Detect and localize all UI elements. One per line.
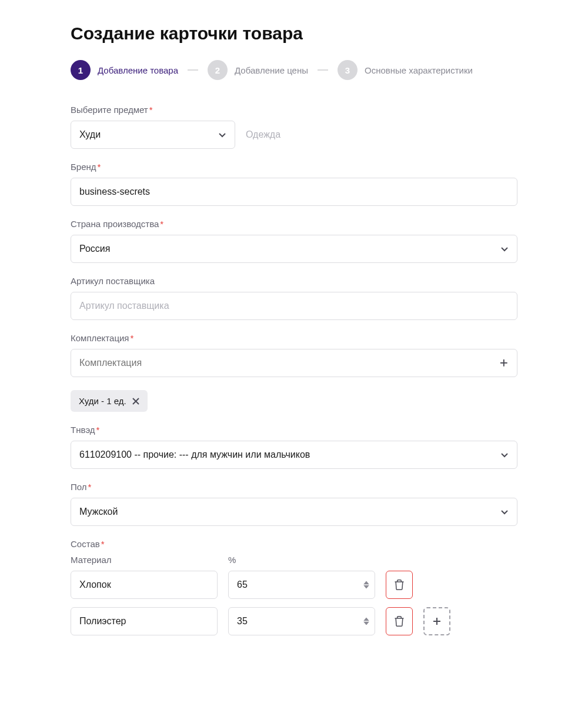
caret-up-icon[interactable] bbox=[363, 581, 369, 585]
subject-label: Выберите предмет* bbox=[71, 105, 517, 115]
subject-select[interactable]: Худи bbox=[71, 121, 235, 149]
step-2[interactable]: 2 Добавление цены bbox=[208, 60, 308, 80]
material-input[interactable] bbox=[71, 607, 218, 635]
kit-label: Комплектация* bbox=[71, 333, 517, 343]
field-brand: Бренд* bbox=[71, 162, 517, 206]
caret-down-icon[interactable] bbox=[363, 622, 369, 625]
svg-marker-4 bbox=[363, 581, 369, 585]
material-input[interactable] bbox=[71, 571, 218, 599]
composition-label-text: Состав bbox=[71, 539, 100, 549]
add-row-button[interactable] bbox=[423, 607, 450, 635]
percent-input[interactable] bbox=[228, 607, 375, 635]
step-divider bbox=[188, 69, 198, 71]
subject-value: Худи bbox=[79, 129, 101, 140]
brand-input[interactable] bbox=[71, 178, 517, 206]
gender-label-text: Пол bbox=[71, 482, 87, 492]
step-1-label: Добавление товара bbox=[98, 65, 178, 75]
country-select[interactable]: Россия bbox=[71, 235, 517, 263]
tnved-label-text: Тнвэд bbox=[71, 425, 95, 435]
composition-row bbox=[71, 607, 517, 635]
kit-chip-text: Худи - 1 ед. bbox=[79, 396, 126, 406]
stepper: 1 Добавление товара 2 Добавление цены 3 … bbox=[71, 60, 517, 80]
gender-value: Мужской bbox=[79, 507, 118, 517]
composition-label: Состав* bbox=[71, 539, 517, 549]
gender-label: Пол* bbox=[71, 482, 517, 492]
chevron-down-icon bbox=[218, 131, 226, 139]
chevron-down-icon bbox=[500, 451, 509, 459]
step-2-circle: 2 bbox=[208, 60, 228, 80]
tnved-value: 6110209100 -- прочие: --- для мужчин или… bbox=[79, 449, 310, 460]
field-tnved: Тнвэд* 6110209100 -- прочие: --- для муж… bbox=[71, 425, 517, 469]
plus-icon bbox=[499, 358, 509, 368]
chevron-down-icon bbox=[500, 508, 509, 516]
field-supplier-sku: Артикул поставщика bbox=[71, 276, 517, 320]
field-country: Страна производства* Россия bbox=[71, 219, 517, 263]
subject-label-text: Выберите предмет bbox=[71, 105, 148, 115]
field-kit: Комплектация* bbox=[71, 333, 517, 377]
kit-label-text: Комплектация bbox=[71, 333, 129, 343]
composition-col-percent: % bbox=[228, 555, 375, 565]
country-label-text: Страна производства bbox=[71, 219, 159, 229]
brand-label: Бренд* bbox=[71, 162, 517, 172]
step-3-label: Основные характеристики bbox=[365, 65, 473, 75]
percent-input[interactable] bbox=[228, 571, 375, 599]
gender-select[interactable]: Мужской bbox=[71, 498, 517, 526]
step-1-circle: 1 bbox=[71, 60, 91, 80]
tnved-label: Тнвэд* bbox=[71, 425, 517, 435]
delete-row-button[interactable] bbox=[386, 571, 413, 599]
chevron-down-icon bbox=[500, 245, 509, 253]
svg-marker-7 bbox=[363, 622, 369, 625]
composition-row bbox=[71, 571, 517, 599]
tnved-select[interactable]: 6110209100 -- прочие: --- для мужчин или… bbox=[71, 441, 517, 469]
country-value: Россия bbox=[79, 244, 110, 254]
subject-hint: Одежда bbox=[246, 129, 280, 140]
supplier-sku-label-text: Артикул поставщика bbox=[71, 276, 155, 286]
field-composition: Состав* Материал % bbox=[71, 539, 517, 635]
caret-down-icon[interactable] bbox=[363, 585, 369, 589]
step-2-label: Добавление цены bbox=[235, 65, 308, 75]
step-3[interactable]: 3 Основные характеристики bbox=[338, 60, 473, 80]
page-title: Создание карточки товара bbox=[71, 24, 517, 44]
trash-icon bbox=[393, 579, 405, 591]
svg-marker-6 bbox=[363, 618, 369, 621]
close-icon[interactable] bbox=[132, 398, 139, 405]
supplier-sku-input[interactable] bbox=[71, 292, 517, 320]
caret-up-icon[interactable] bbox=[363, 618, 369, 621]
number-stepper[interactable] bbox=[363, 581, 369, 589]
svg-marker-5 bbox=[363, 585, 369, 589]
step-3-circle: 3 bbox=[338, 60, 358, 80]
country-label: Страна производства* bbox=[71, 219, 517, 229]
trash-icon bbox=[393, 615, 405, 627]
step-1[interactable]: 1 Добавление товара bbox=[71, 60, 178, 80]
delete-row-button[interactable] bbox=[386, 607, 413, 635]
kit-input[interactable] bbox=[79, 358, 499, 368]
step-divider bbox=[318, 69, 328, 71]
number-stepper[interactable] bbox=[363, 618, 369, 625]
field-gender: Пол* Мужской bbox=[71, 482, 517, 526]
composition-col-material: Материал bbox=[71, 555, 218, 565]
supplier-sku-label: Артикул поставщика bbox=[71, 276, 517, 286]
kit-chip[interactable]: Худи - 1 ед. bbox=[71, 390, 148, 412]
field-subject: Выберите предмет* Худи Одежда bbox=[71, 105, 517, 149]
brand-label-text: Бренд bbox=[71, 162, 96, 172]
kit-combobox[interactable] bbox=[71, 349, 517, 377]
